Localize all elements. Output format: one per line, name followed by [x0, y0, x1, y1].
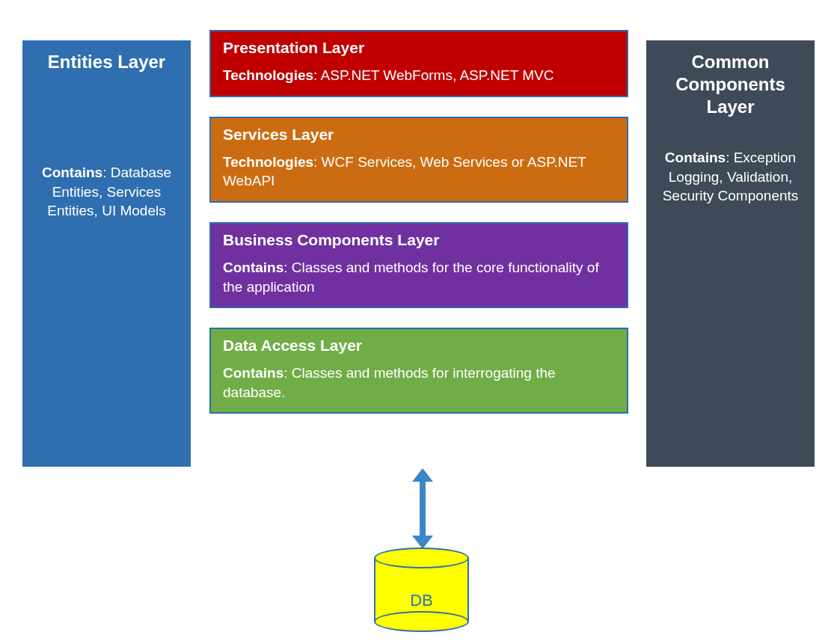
presentation-body-label: Technologies — [223, 67, 313, 83]
data-access-title: Data Access Layer — [223, 337, 615, 355]
db-arrow — [415, 471, 430, 546]
database-cylinder-icon: DB — [374, 548, 469, 630]
presentation-body: Technologies: ASP.NET WebForms, ASP.NET … — [223, 66, 615, 85]
center-layers: Presentation Layer Technologies: ASP.NET… — [209, 30, 628, 433]
db-label: DB — [374, 591, 469, 610]
common-body: Contains: Exception Logging, Validation,… — [655, 148, 806, 206]
business-title: Business Components Layer — [223, 231, 615, 249]
services-body: Technologies: WCF Services, Web Services… — [223, 153, 615, 191]
services-layer-box: Services Layer Technologies: WCF Service… — [209, 117, 628, 203]
presentation-body-text: : ASP.NET WebForms, ASP.NET MVC — [313, 67, 554, 83]
presentation-title: Presentation Layer — [223, 39, 615, 57]
data-access-body: Contains: Classes and methods for interr… — [223, 364, 615, 402]
services-title: Services Layer — [223, 126, 615, 144]
services-body-label: Technologies — [223, 154, 313, 170]
presentation-layer-box: Presentation Layer Technologies: ASP.NET… — [209, 30, 628, 97]
data-access-layer-box: Data Access Layer Contains: Classes and … — [209, 328, 628, 414]
business-body: Contains: Classes and methods for the co… — [223, 258, 615, 296]
business-layer-box: Business Components Layer Contains: Clas… — [209, 222, 628, 308]
arrow-line — [420, 479, 426, 539]
data-access-body-label: Contains — [223, 365, 283, 381]
entities-layer-box: Entities Layer Contains: Database Entiti… — [22, 40, 191, 467]
entities-body: Contains: Database Entities, Services En… — [31, 163, 182, 221]
business-body-label: Contains — [223, 260, 283, 275]
entities-body-label: Contains — [42, 165, 102, 180]
common-title: Common Components Layer — [655, 51, 806, 118]
common-layer-box: Common Components Layer Contains: Except… — [646, 40, 815, 467]
common-body-label: Contains — [665, 150, 726, 165]
entities-title: Entities Layer — [31, 51, 182, 73]
